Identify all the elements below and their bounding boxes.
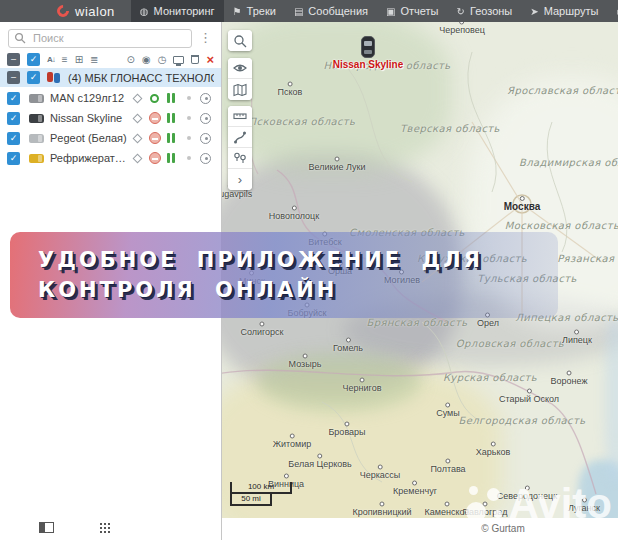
close-icon[interactable]: ×: [206, 54, 214, 66]
map-label-city: Липецк: [562, 330, 592, 345]
topbar-item-tracks[interactable]: ⚑Треки: [224, 0, 285, 22]
map-label-region: Тверская область: [400, 123, 500, 134]
map-labels: ЧереповецПсковВеликие ЛукиDaugavpilsНово…: [222, 22, 618, 518]
map-search-button[interactable]: [228, 30, 252, 51]
map-shade-polesie: [257, 352, 422, 412]
map-label-city: Павлоград: [463, 502, 508, 517]
monitoring-sidebar: ⋮ – ✓ A↓ ≡ ⊞ ≣ ⊙ ◉ ◷ × – ✓ (4) МБК ГЛОНА…: [0, 22, 222, 540]
map-label-region: Московская область: [505, 220, 618, 231]
reports-icon: ▣: [386, 6, 395, 17]
location-diamond-icon: [133, 133, 143, 143]
data-bars-icon: [167, 133, 176, 143]
unit-name-label: MAN с129лг12: [50, 92, 129, 104]
ruler-icon: [233, 109, 247, 123]
map-tools-controls: ›: [228, 106, 252, 190]
map-label-region: Белгородская область: [458, 415, 585, 426]
select-none-checkbox[interactable]: –: [7, 53, 20, 66]
unit-checkbox[interactable]: ✓: [7, 152, 20, 165]
map-scale-control: 100 km 50 mi: [230, 482, 292, 506]
apps-grid-icon[interactable]: [99, 522, 110, 533]
group-checkbox[interactable]: ✓: [27, 71, 40, 84]
map-label-city: Минск: [239, 271, 265, 286]
connection-on-icon: [150, 94, 159, 103]
trash-icon[interactable]: [191, 55, 199, 64]
unit-marker[interactable]: Nissan Skyline: [328, 36, 408, 70]
unit-row-nissan[interactable]: ✓Nissan Skyline: [0, 108, 221, 128]
scale-mi-label: 50 mi: [230, 494, 272, 506]
map-label-region: Смоленская область: [349, 227, 465, 238]
panel-toggle-icon[interactable]: [39, 522, 54, 533]
map-label-region: Псковская область: [249, 116, 356, 127]
unit-name-label: Pegeot (Белая): [50, 132, 129, 144]
map-water-river: [605, 317, 618, 482]
map-label-region: Тульская область: [477, 273, 577, 284]
topbar-item-routes[interactable]: ➤Маршруты: [521, 0, 607, 22]
topbar-item-geofences[interactable]: ↻Геозоны: [448, 0, 522, 22]
events-time-icon[interactable]: ◷: [158, 54, 167, 66]
map-label-city: Москва: [504, 196, 540, 212]
route-icon: [233, 130, 247, 144]
topbar-item-reports[interactable]: ▣Отчеты: [377, 0, 447, 22]
map-search-icon: [233, 34, 247, 48]
topbar-item-drivers[interactable]: ◎Водители: [607, 0, 618, 22]
map-routing-button[interactable]: [228, 127, 252, 148]
map[interactable]: ЧереповецПсковВеликие ЛукиDaugavpilsНово…: [222, 22, 618, 518]
map-shade-belarus: [222, 152, 462, 397]
unit-group-row[interactable]: – ✓ (4) МБК ГЛОНАСС ТЕХНОЛОГИИ (de...: [0, 68, 221, 87]
map-label-city: Воронеж: [551, 371, 588, 386]
unit-checkbox[interactable]: ✓: [7, 132, 20, 145]
unit-checkbox[interactable]: ✓: [7, 112, 20, 125]
topbar-item-label: Треки: [247, 5, 276, 17]
wialon-logo[interactable]: wialon: [0, 0, 131, 22]
unit-marker-label: Nissan Skyline: [333, 59, 404, 70]
car-icon: [29, 134, 44, 143]
unit-row-pegeot[interactable]: ✓Pegeot (Белая): [0, 128, 221, 148]
monitor-screen-icon[interactable]: [173, 56, 184, 64]
location-diamond-icon: [133, 113, 143, 123]
map-ruler-button[interactable]: [228, 106, 252, 127]
map-markers-button[interactable]: [228, 148, 252, 169]
locate-unit-icon[interactable]: [200, 93, 211, 104]
chevron-right-icon: ›: [238, 175, 242, 185]
topbar-item-label: Геозоны: [470, 5, 512, 17]
status-dot-icon: [187, 136, 191, 140]
unit-checkbox[interactable]: ✓: [7, 92, 20, 105]
map-label-city: Луганск: [568, 498, 600, 513]
map-label-city: Гомель: [333, 338, 363, 353]
routes-icon: ➤: [530, 6, 538, 17]
location-diamond-icon: [133, 93, 143, 103]
search-input[interactable]: [8, 29, 192, 48]
add-to-list-icon[interactable]: ⊞: [75, 54, 83, 66]
map-label-city: Бровары: [328, 422, 365, 437]
map-label-region: Курская область: [443, 372, 537, 383]
locate-all-icon[interactable]: ⊙: [127, 54, 135, 66]
map-label-region: Владимирская область: [519, 157, 618, 168]
truck-icon: [29, 94, 44, 103]
group-collapse-checkbox[interactable]: –: [7, 71, 20, 84]
locate-unit-icon[interactable]: [200, 133, 211, 144]
status-dot-icon: [187, 116, 191, 120]
map-label-city: Житомир: [273, 434, 312, 449]
connection-off-icon: [149, 112, 161, 124]
expand-list-icon[interactable]: ≡: [62, 54, 68, 66]
select-all-checkbox[interactable]: ✓: [27, 53, 40, 66]
topbar-item-messages[interactable]: ▤Сообщения: [285, 0, 377, 22]
map-source-icon: [233, 83, 247, 97]
sidebar-menu-dots-icon[interactable]: ⋮: [196, 30, 215, 45]
unit-row-refrigerator[interactable]: ✓Рефрижератор ..: [0, 148, 221, 168]
scale-km-label: 100 km: [230, 482, 292, 494]
map-shade-bryansk: [342, 294, 618, 366]
sort-icon[interactable]: A↓: [47, 54, 55, 66]
unit-row-man[interactable]: ✓MAN с129лг12: [0, 88, 221, 108]
locate-unit-icon[interactable]: [200, 113, 211, 124]
location-diamond-icon: [133, 153, 143, 163]
map-visibility-button[interactable]: [228, 58, 252, 79]
map-layers-button[interactable]: [228, 79, 252, 100]
show-all-icon[interactable]: ≣: [90, 54, 98, 66]
map-panel-collapse-button[interactable]: ›: [228, 169, 252, 190]
topbar-item-monitoring[interactable]: ◍Мониторинг: [131, 0, 224, 22]
unit-name-label: Nissan Skyline: [50, 112, 129, 124]
follow-units-icon[interactable]: ◉: [142, 54, 151, 66]
topbar-menu: ◍Мониторинг⚑Треки▤Сообщения▣Отчеты↻Геозо…: [131, 0, 618, 22]
locate-unit-icon[interactable]: [200, 153, 211, 164]
